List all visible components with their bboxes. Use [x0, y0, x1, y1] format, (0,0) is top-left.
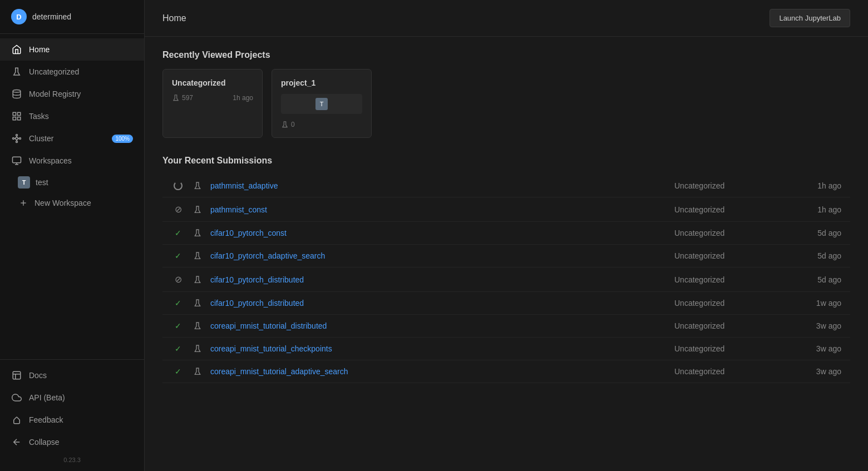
sidebar-item-label: Feedback	[29, 415, 63, 424]
sidebar-item-cluster[interactable]: Cluster 100%	[0, 127, 144, 150]
submission-name[interactable]: coreapi_mnist_tutorial_distributed	[210, 321, 674, 330]
plus-icon	[18, 197, 29, 209]
project-card-title: project_1	[281, 78, 362, 87]
svg-point-8	[16, 141, 18, 143]
project-card-title: Uncategorized	[172, 78, 253, 87]
submission-row[interactable]: ✓ coreapi_mnist_tutorial_distributed Unc…	[162, 315, 850, 338]
submission-time: 1h ago	[786, 205, 841, 214]
sidebar-item-docs[interactable]: Docs	[0, 364, 144, 386]
submission-workspace: Uncategorized	[674, 229, 786, 237]
submission-name[interactable]: cifar10_pytorch_distributed	[210, 299, 674, 308]
sidebar-item-label: Collapse	[29, 438, 59, 447]
submission-time: 3w ago	[786, 344, 841, 353]
submission-time: 5d ago	[786, 229, 841, 237]
submission-row[interactable]: ✓ cifar10_pytorch_const Uncategorized 5d…	[162, 222, 850, 245]
project-time: 1h ago	[233, 94, 253, 102]
flask-icon	[11, 66, 22, 77]
sidebar-item-feedback[interactable]: Feedback	[0, 409, 144, 431]
submission-time: 1w ago	[786, 299, 841, 308]
submission-name[interactable]: coreapi_mnist_tutorial_adaptive_search	[210, 367, 674, 376]
launch-jupyterlab-button[interactable]: Launch JupyterLab	[770, 9, 850, 27]
main-content: Home Launch JupyterLab Recently Viewed P…	[145, 0, 868, 471]
docs-icon	[11, 370, 22, 381]
submission-workspace: Uncategorized	[674, 321, 786, 330]
experiment-count: 0	[281, 121, 295, 128]
workspace-label-test: test	[36, 178, 48, 187]
projects-grid: Uncategorized 597 1h ago project_1	[162, 69, 850, 138]
sidebar-item-api-beta[interactable]: API (Beta)	[0, 386, 144, 409]
submission-workspace: Uncategorized	[674, 181, 786, 190]
submission-row[interactable]: ⊘ cifar10_pytorch_distributed Uncategori…	[162, 267, 850, 292]
workspace-avatar-test: T	[18, 176, 30, 189]
submission-name[interactable]: pathmnist_const	[210, 205, 674, 214]
sidebar-item-uncategorized[interactable]: Uncategorized	[0, 61, 144, 83]
api-icon	[11, 392, 22, 403]
recently-viewed-title: Recently Viewed Projects	[162, 50, 850, 60]
page-title: Home	[162, 13, 186, 23]
new-workspace-label: New Workspace	[34, 199, 91, 207]
status-indicator: ✓	[171, 321, 185, 330]
sidebar-item-collapse[interactable]: Collapse	[0, 431, 144, 453]
experiment-count-value: 0	[291, 121, 295, 128]
sidebar-item-label: Home	[29, 45, 50, 54]
svg-point-0	[13, 90, 21, 93]
cancelled-icon: ⊘	[175, 204, 182, 215]
sidebar-item-model-registry[interactable]: Model Registry	[0, 83, 144, 105]
submission-row[interactable]: ⊘ pathmnist_const Uncategorized 1h ago	[162, 197, 850, 222]
svg-rect-1	[13, 112, 16, 115]
submission-row[interactable]: ✓ coreapi_mnist_tutorial_checkpoints Unc…	[162, 338, 850, 360]
status-indicator: ✓	[171, 299, 185, 308]
submission-name[interactable]: cifar10_pytorch_adaptive_search	[210, 251, 674, 260]
svg-point-7	[19, 138, 21, 140]
experiment-icon	[172, 94, 180, 102]
sidebar-nav: Home Uncategorized Model Registry	[0, 34, 144, 359]
home-icon	[11, 44, 22, 55]
main-header: Home Launch JupyterLab	[145, 0, 868, 37]
project-card-uncategorized[interactable]: Uncategorized 597 1h ago	[162, 69, 263, 138]
sidebar-item-home[interactable]: Home	[0, 38, 144, 61]
submission-workspace: Uncategorized	[674, 367, 786, 376]
submission-time: 1h ago	[786, 181, 841, 190]
sidebar-item-tasks[interactable]: Tasks	[0, 105, 144, 127]
svg-rect-14	[13, 157, 21, 163]
submission-workspace: Uncategorized	[674, 299, 786, 308]
svg-rect-2	[18, 112, 21, 115]
workspaces-icon	[11, 155, 22, 166]
sidebar-item-workspaces[interactable]: Workspaces	[0, 150, 144, 172]
experiment-icon	[189, 205, 206, 214]
sidebar-workspace-test[interactable]: T test	[0, 172, 144, 193]
new-workspace-button[interactable]: New Workspace	[0, 193, 144, 213]
cancelled-icon: ⊘	[175, 274, 182, 285]
experiment-count-value: 597	[182, 94, 193, 102]
sidebar-item-label: Tasks	[29, 112, 49, 121]
project-card-inner: T	[281, 94, 362, 114]
experiment-icon	[189, 299, 206, 308]
submission-row[interactable]: ✓ cifar10_pytorch_adaptive_search Uncate…	[162, 245, 850, 267]
model-registry-icon	[11, 88, 22, 100]
experiment-icon	[189, 275, 206, 284]
feedback-icon	[11, 414, 22, 425]
submissions-list: pathmnist_adaptive Uncategorized 1h ago …	[162, 175, 850, 383]
submission-name[interactable]: coreapi_mnist_tutorial_checkpoints	[210, 344, 674, 353]
status-indicator: ✓	[171, 344, 185, 353]
submission-row[interactable]: pathmnist_adaptive Uncategorized 1h ago	[162, 175, 850, 197]
submission-row[interactable]: ✓ cifar10_pytorch_distributed Uncategori…	[162, 292, 850, 315]
submissions-title: Your Recent Submissions	[162, 156, 850, 166]
project-card-project1[interactable]: project_1 T 0	[272, 69, 372, 138]
submission-name[interactable]: cifar10_pytorch_distributed	[210, 275, 674, 284]
status-indicator: ⊘	[171, 204, 185, 215]
status-indicator	[171, 181, 185, 190]
experiment-icon	[189, 251, 206, 260]
cluster-icon	[11, 133, 22, 144]
experiment-icon	[189, 367, 206, 376]
collapse-icon	[11, 437, 22, 448]
status-indicator: ✓	[171, 251, 185, 260]
status-indicator: ✓	[171, 229, 185, 237]
submission-name[interactable]: cifar10_pytorch_const	[210, 229, 674, 237]
svg-point-5	[16, 137, 18, 140]
project-avatar: T	[315, 98, 328, 110]
completed-icon: ✓	[175, 251, 181, 260]
submission-name[interactable]: pathmnist_adaptive	[210, 181, 674, 190]
submission-row[interactable]: ✓ coreapi_mnist_tutorial_adaptive_search…	[162, 360, 850, 383]
svg-line-21	[17, 417, 19, 420]
